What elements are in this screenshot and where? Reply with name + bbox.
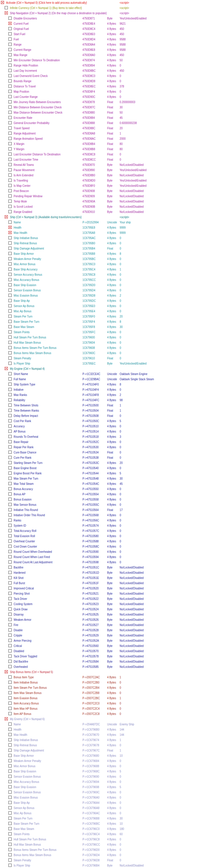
record-type[interactable]: 4 Bytes [107, 319, 117, 324]
record-value[interactable]: No/Locked/Disabled [119, 173, 193, 178]
record-description[interactable]: Item Evasion Bonus [14, 695, 37, 701]
record-description[interactable]: Total Accuracy Roll [14, 528, 36, 533]
active-checkbox[interactable] [8, 560, 12, 564]
record-description[interactable]: Range Animation Speed [14, 136, 43, 141]
record-address[interactable]: P->47510590 [82, 549, 99, 554]
record-value[interactable]: 9621 [119, 21, 193, 26]
table-row[interactable]: Full Burst P->4751051F Byte No/Locked/Di… [0, 581, 207, 586]
record-type[interactable] [107, 5, 117, 10]
active-checkbox[interactable] [8, 780, 12, 783]
active-checkbox[interactable] [8, 85, 12, 88]
record-address[interactable]: 4750D870 [82, 162, 95, 167]
record-address[interactable]: P->1C6796C8 [82, 837, 100, 842]
table-row[interactable]: Bonus Item Type P->2007C2AC 4 Bytes 1 [0, 675, 207, 680]
record-address[interactable]: 1C6795DC [82, 298, 96, 303]
record-description[interactable]: Range Enabled [14, 209, 32, 214]
record-description[interactable]: Cure Base Chance [14, 450, 36, 455]
active-checkbox[interactable] [8, 194, 12, 197]
record-description[interactable]: Steam Points [14, 831, 30, 837]
table-row[interactable]: Is Player Ship P->1C6796B4 Byte No/Locke… [0, 863, 207, 868]
record-value[interactable]: 9588 [119, 42, 193, 47]
record-address[interactable]: 4750D8EC [82, 84, 96, 89]
active-checkbox[interactable] [8, 587, 12, 590]
record-address[interactable]: P->47510504 [82, 408, 99, 413]
table-row[interactable]: Ship System Type P->475104F0 4 Bytes 8 [0, 382, 207, 387]
record-type[interactable]: 4 Bytes [107, 518, 117, 523]
table-row[interactable]: Max Sensor Bonus P->4751055C 4 Bytes 0 [0, 502, 207, 507]
record-value[interactable]: 1 [119, 695, 193, 701]
record-type[interactable]: 4 Bytes [107, 460, 117, 465]
record-description[interactable]: Total Evasion Roll [14, 533, 35, 538]
record-address[interactable]: 4750D8E0 [82, 31, 95, 37]
table-row[interactable]: Backfire P->4751051C Byte No/Locked/Disa… [0, 565, 207, 570]
table-row[interactable]: Bonus Items Steam Per Turn Bonus 1C67960… [0, 345, 207, 350]
active-checkbox[interactable] [8, 848, 12, 851]
record-address[interactable]: 4750D8D4 [82, 37, 95, 42]
record-type[interactable]: Byte [107, 361, 117, 366]
record-address[interactable]: 1C679600 [82, 335, 95, 340]
active-checkbox[interactable] [8, 513, 12, 517]
record-address[interactable]: 4750D909 [82, 193, 95, 199]
record-value[interactable]: 1 [119, 267, 193, 272]
table-row[interactable]: Is Arm Extended 4750D8B0 Byte No/Locked/… [0, 173, 207, 178]
record-address[interactable]: P->1C679680 [82, 753, 99, 758]
record-value[interactable]: 80 [119, 147, 193, 152]
record-description[interactable]: Engine Boost Per Rank [14, 471, 41, 476]
record-type[interactable]: 4 Bytes [107, 852, 117, 858]
active-checkbox[interactable] [8, 43, 12, 46]
record-description[interactable]: Item AP Bonus [14, 711, 31, 716]
table-row[interactable]: Item Max Steam Bonus P->2007C2B8 4 Bytes… [0, 690, 207, 695]
record-type[interactable]: 4 Bytes [107, 784, 117, 789]
record-type[interactable]: 4 Bytes [107, 26, 117, 31]
active-checkbox[interactable] [8, 639, 12, 642]
record-type[interactable]: 4 Bytes [107, 444, 117, 450]
record-address[interactable]: P->475104F0 [82, 382, 99, 387]
table-row[interactable]: Last Overworld Event Check 4750D8C0 4 By… [0, 73, 207, 79]
record-address[interactable]: 1C6795EC [82, 361, 96, 366]
record-type[interactable]: 4 Bytes [107, 701, 117, 706]
record-address[interactable]: 1C6795CC [82, 277, 96, 282]
record-description[interactable]: Ship (Ctrl + Numpad 3) {Available during… [10, 214, 81, 220]
table-row[interactable]: Misc Armor Bonus 1C6795C0 4 Bytes 0 [0, 261, 207, 267]
record-address[interactable]: P->1C679688 [82, 764, 99, 769]
record-address[interactable]: P->2007C2C0 [82, 701, 100, 706]
active-checkbox[interactable] [8, 550, 12, 553]
record-description[interactable]: Hull Steam Per Turn Bonus [14, 837, 46, 842]
record-address[interactable]: P->47510580 [82, 533, 99, 538]
active-checkbox[interactable] [8, 853, 12, 857]
record-description[interactable]: Misc Ap Bonus [14, 810, 31, 816]
active-checkbox[interactable] [8, 163, 12, 166]
record-value[interactable]: No/Locked/Disabled [119, 596, 193, 601]
table-row[interactable]: Misc Armor Bonus P->1C679688 4 Bytes 0 [0, 764, 207, 769]
record-address[interactable]: 4750D874 [82, 58, 95, 63]
record-address[interactable]: P->47510521 [82, 591, 99, 596]
record-address[interactable]: 1C679604 [82, 340, 95, 345]
table-row[interactable]: Disable P->47510528 Byte No/Locked/Disab… [0, 627, 207, 633]
record-description[interactable]: Disabled [14, 648, 24, 654]
record-type[interactable]: Byte [107, 173, 117, 178]
record-value[interactable]: 0 [119, 685, 193, 690]
record-description[interactable]: Base Engine Boost [14, 465, 37, 471]
record-description[interactable]: Bonus Accuracy [14, 486, 33, 492]
active-checkbox[interactable] [8, 247, 12, 250]
record-value[interactable]: 450 [119, 68, 193, 73]
record-address[interactable]: 1C67960C [82, 350, 95, 355]
table-row[interactable]: Hull Steam Per Turn Bonus 1C679600 4 Byt… [0, 335, 207, 340]
record-description[interactable]: Last Day Increment [14, 68, 37, 73]
record-value[interactable]: 0 [119, 340, 193, 345]
active-checkbox[interactable] [8, 571, 12, 574]
record-type[interactable]: 4 Bytes [107, 303, 117, 309]
table-row[interactable]: Reliability P->475104FC 4 Bytes 98 [0, 397, 207, 403]
active-checkbox[interactable] [8, 790, 12, 794]
record-type[interactable]: Byte [107, 664, 117, 669]
record-address[interactable]: P->47510585 [82, 664, 99, 669]
record-address[interactable]: 4750D8BC [82, 68, 96, 73]
record-description[interactable]: Cripple [14, 633, 22, 638]
record-type[interactable]: 4 Bytes [107, 675, 117, 680]
active-checkbox[interactable] [8, 566, 12, 569]
record-type[interactable]: 4 Bytes [107, 21, 117, 26]
active-checkbox[interactable] [8, 241, 12, 245]
record-value[interactable]: 0 [119, 764, 193, 769]
record-description[interactable]: Full Name [14, 376, 26, 382]
record-value[interactable]: 0 [119, 355, 193, 361]
